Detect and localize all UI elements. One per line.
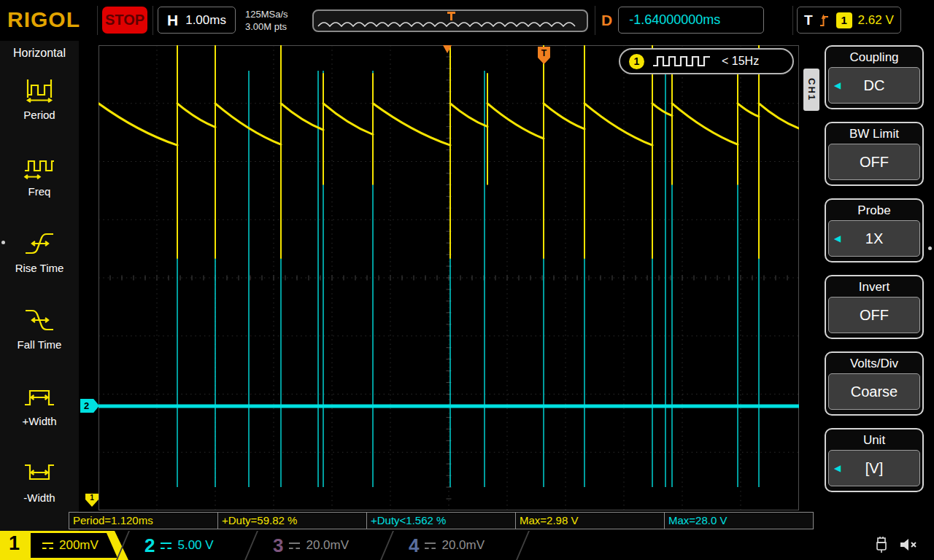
separator	[792, 6, 793, 35]
menu-value: ◀ OFF	[828, 144, 920, 180]
speaker-muted-icon	[899, 537, 918, 553]
channel-tab-1[interactable]: 1 200mV	[0, 531, 128, 560]
sidebar-item-label: Fall Time	[18, 338, 62, 351]
menu-value-text: Coarse	[851, 384, 898, 400]
ch1-ground-marker[interactable]: 1	[85, 494, 99, 507]
d-label: D	[601, 12, 612, 29]
dc-coupling-icon	[289, 542, 300, 549]
trigger-position-arrow[interactable]	[443, 45, 452, 53]
menu-title: BW Limit	[828, 124, 920, 144]
menu-value: ◀ Coarse	[828, 373, 920, 410]
freq-icon	[22, 152, 57, 182]
trigger-source-badge: 1	[836, 12, 852, 28]
usb-icon	[873, 537, 890, 554]
chevron-left-icon: ◀	[834, 233, 841, 244]
channel-tab-4[interactable]: 4 20.0mV	[393, 531, 528, 560]
channel-3-number: 3	[273, 534, 283, 557]
horizontal-position-bar	[312, 9, 588, 32]
ch1-menu-tab[interactable]: CH1	[803, 69, 819, 111]
minus-width-icon	[22, 459, 57, 488]
dc-coupling-icon	[425, 542, 436, 549]
rigol-logo: RIGOL	[7, 7, 80, 32]
menu-value: ◀ [V]	[828, 450, 920, 486]
counter-source-badge: 1	[629, 54, 644, 69]
sidebar-item-rise-time[interactable]: Rise Time	[0, 213, 79, 289]
menu-section-unit[interactable]: Unit ◀ [V]	[825, 428, 924, 492]
menu-value-text: OFF	[860, 154, 889, 171]
sidebar-item-label: +Width	[22, 415, 56, 427]
t-label: T	[804, 12, 813, 28]
menu-title: Invert	[828, 277, 920, 297]
measurement-period: Period=1.120ms	[69, 512, 218, 529]
delay-value: -1.64000000ms	[618, 7, 764, 34]
measurement-bar: Period=1.120ms +Duty=59.82 % +Duty<1.562…	[69, 512, 814, 529]
delay-readout: D -1.64000000ms	[601, 7, 764, 34]
menu-title: Coupling	[828, 47, 920, 67]
sidebar-item-freq[interactable]: Freq	[0, 136, 79, 213]
sidebar-item-label: -Width	[23, 491, 55, 504]
memory-depth: 3.00M pts	[245, 20, 288, 33]
trigger-position-mini-marker	[447, 12, 455, 20]
separator	[595, 6, 595, 35]
menu-value-text: OFF	[860, 307, 889, 324]
left-page-indicator-dot	[1, 241, 5, 244]
menu-section-probe[interactable]: Probe ◀ 1X	[825, 198, 924, 262]
menu-title: Unit	[828, 430, 920, 450]
menu-title: Probe	[828, 201, 920, 220]
period-icon	[22, 76, 57, 105]
measurement-pos-duty-ch1: +Duty=59.82 %	[217, 512, 367, 529]
channel-1-number: 1	[9, 532, 20, 555]
measure-sidebar: Horizontal Period Freq Rise Time	[0, 41, 79, 531]
sidebar-item-period[interactable]: Period	[0, 60, 79, 136]
separator	[153, 6, 153, 35]
channel-status-bar: 1 200mV 2 5.00 V 3 20.0mV 4 20.0mV	[0, 531, 934, 560]
run-state-badge: STOP	[102, 7, 147, 34]
rise-time-icon	[22, 229, 57, 258]
timebase-readout: H 1.00ms	[158, 7, 236, 34]
ch2-level-marker[interactable]: 2	[80, 399, 99, 413]
plus-width-icon	[22, 382, 57, 411]
sample-rate: 125MSa/s	[245, 8, 288, 20]
oscilloscope-screen: RIGOL STOP H 1.00ms 125MSa/s 3.00M pts D…	[0, 0, 934, 560]
menu-value: ◀ OFF	[828, 297, 920, 333]
menu-section-volts-div[interactable]: Volts/Div ◀ Coarse	[825, 351, 924, 416]
acquisition-readout: 125MSa/s 3.00M pts	[245, 8, 288, 33]
channel-2-scale: 5.00 V	[177, 538, 213, 553]
sidebar-item-plus-width[interactable]: +Width	[0, 366, 79, 443]
dc-coupling-icon	[161, 542, 171, 549]
measurement-pos-duty-ch2: +Duty<1.562 %	[366, 512, 516, 529]
menu-title: Volts/Div	[828, 354, 920, 373]
dc-coupling-icon	[42, 542, 53, 549]
menu-section-invert[interactable]: Invert ◀ OFF	[825, 275, 924, 339]
frequency-counter: 1 < 15Hz	[619, 48, 794, 74]
h-label: H	[167, 12, 178, 29]
measurement-max-ch2: Max=28.0 V	[664, 512, 814, 529]
menu-value: ◀ DC	[828, 67, 920, 104]
channel-menu: Coupling ◀ DC BW Limit ◀ OFF Probe ◀ 1X …	[825, 45, 924, 505]
sidebar-item-fall-time[interactable]: Fall Time	[0, 289, 79, 366]
channel-1-scale: 200mV	[59, 538, 99, 553]
menu-value: ◀ 1X	[828, 220, 920, 257]
rising-edge-icon	[819, 12, 830, 28]
menu-value-text: [V]	[865, 460, 883, 477]
separator	[97, 6, 98, 35]
channel-tab-3[interactable]: 3 20.0mV	[257, 531, 393, 560]
channel-2-number: 2	[144, 534, 155, 557]
sidebar-item-label: Period	[23, 109, 55, 121]
ch1-menu-tab-label: CH1	[806, 78, 817, 101]
channel-4-scale: 20.0mV	[441, 538, 485, 553]
measurement-max-ch1: Max=2.98 V	[515, 512, 665, 529]
waveform-display	[99, 45, 799, 510]
sidebar-title: Horizontal	[0, 41, 79, 60]
menu-section-bw-limit[interactable]: BW Limit ◀ OFF	[825, 122, 924, 186]
menu-value-text: 1X	[865, 230, 883, 247]
sidebar-item-label: Rise Time	[15, 262, 64, 274]
sidebar-item-minus-width[interactable]: -Width	[0, 443, 79, 519]
right-page-indicator-dot	[928, 246, 932, 250]
pulse-train-icon	[652, 55, 714, 68]
channel-4-number: 4	[409, 534, 419, 557]
channel-tab-2[interactable]: 2 5.00 V	[128, 531, 257, 560]
menu-section-coupling[interactable]: Coupling ◀ DC	[825, 45, 924, 109]
chevron-left-icon: ◀	[834, 463, 841, 473]
counter-value: < 15Hz	[722, 55, 759, 68]
